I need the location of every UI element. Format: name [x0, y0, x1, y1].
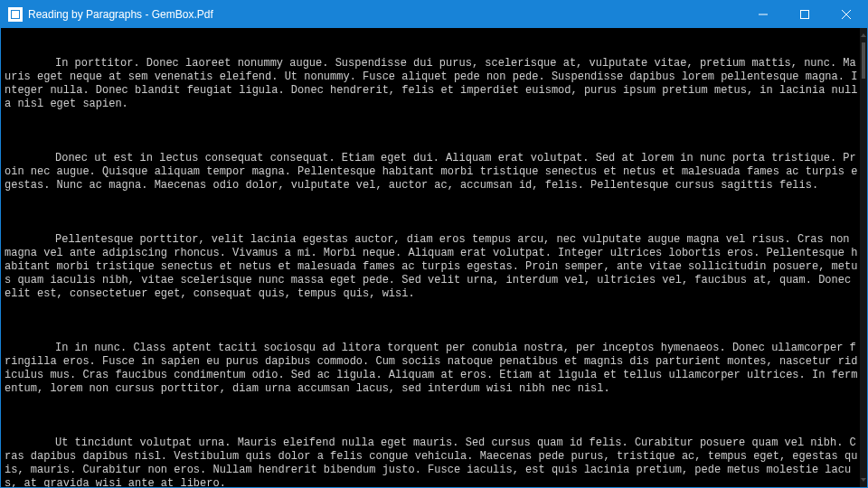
scroll-down-button[interactable]: [860, 473, 867, 487]
svg-marker-5: [861, 478, 866, 482]
scrollbar-track[interactable]: [860, 42, 867, 473]
minimize-icon: [759, 10, 768, 19]
window-title: Reading by Paragraphs - GemBox.Pdf: [28, 8, 213, 21]
chevron-down-icon: [860, 476, 867, 483]
vertical-scrollbar[interactable]: [860, 28, 867, 487]
paragraph: Ut tincidunt volutpat urna. Mauris eleif…: [5, 436, 860, 487]
app-icon: [8, 7, 23, 22]
titlebar[interactable]: Reading by Paragraphs - GemBox.Pdf: [1, 1, 867, 28]
maximize-button[interactable]: [784, 1, 826, 28]
paragraph: In porttitor. Donec laoreet nonummy augu…: [5, 57, 860, 111]
paragraph: Pellentesque porttitor, velit lacinia eg…: [5, 233, 860, 301]
close-button[interactable]: [826, 1, 867, 28]
paragraph: In in nunc. Class aptent taciti sociosqu…: [5, 342, 860, 396]
svg-marker-4: [861, 33, 866, 37]
close-icon: [842, 10, 851, 19]
paragraph: Donec ut est in lectus consequat consequ…: [5, 152, 860, 192]
app-window: Reading by Paragraphs - GemBox.Pdf In po…: [0, 0, 868, 488]
scrollbar-thumb[interactable]: [862, 42, 865, 79]
console-output[interactable]: In porttitor. Donec laoreet nonummy augu…: [1, 28, 860, 487]
svg-rect-1: [801, 11, 809, 19]
chevron-up-icon: [860, 32, 867, 39]
client-area: In porttitor. Donec laoreet nonummy augu…: [1, 28, 867, 487]
minimize-button[interactable]: [742, 1, 784, 28]
maximize-icon: [800, 10, 809, 19]
scroll-up-button[interactable]: [860, 28, 867, 42]
